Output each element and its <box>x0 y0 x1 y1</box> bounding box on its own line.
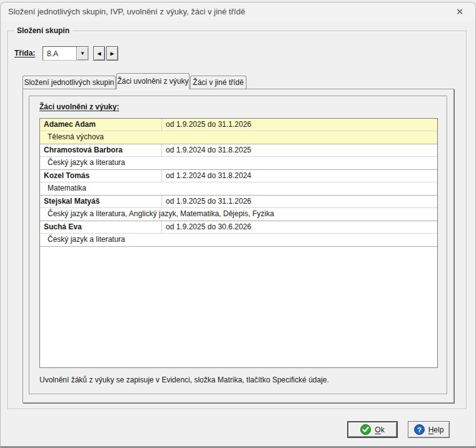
class-nav-buttons: ◄ ► <box>93 46 118 61</box>
panel-note: Uvolnění žáků z výuky se zapisuje v Evid… <box>39 376 329 384</box>
ok-button-label: Ok <box>375 426 384 434</box>
student-name: Kozel Tomás <box>40 170 162 182</box>
close-icon[interactable]: ✕ <box>452 4 468 19</box>
student-name: Adamec Adam <box>40 119 162 131</box>
student-entry[interactable]: Chramostová Barbora od 1.9.2024 do 31.8.… <box>40 144 437 170</box>
ok-button[interactable]: Ok <box>347 421 398 438</box>
class-combobox[interactable]: 8.A ▼ <box>43 46 89 61</box>
student-period: od 1.9.2025 do 31.1.2026 <box>162 196 437 207</box>
student-name-row[interactable]: Kozel Tomás od 1.2.2024 do 31.8.2024 <box>40 170 437 182</box>
student-subjects: Tělesná výchova <box>48 132 104 141</box>
student-name-row[interactable]: Stejskal Matyáš od 1.9.2025 do 31.1.2026 <box>40 196 437 208</box>
class-label: Třída: <box>14 46 35 61</box>
chevron-down-icon[interactable]: ▼ <box>76 47 88 60</box>
window-title: Složení jednotlivých skupin, IVP, uvolně… <box>8 2 245 21</box>
student-subjects-row[interactable]: Český jazyk a literatura, Anglický jazyk… <box>40 208 437 221</box>
student-name: Chramostová Barbora <box>40 144 162 156</box>
student-subjects: Český jazyk a literatura <box>48 235 125 244</box>
next-class-button[interactable]: ► <box>106 46 118 61</box>
student-subjects-row[interactable]: Matematika <box>40 182 437 195</box>
student-period: od 1.9.2025 do 31.1.2026 <box>162 119 437 131</box>
student-entry[interactable]: Suchá Eva od 1.9.2025 do 30.6.2026 Český… <box>40 221 437 247</box>
svg-text:?: ? <box>417 426 422 434</box>
tab-zaci-uvolneni-z-vyuky[interactable]: Žáci uvolněni z výuky <box>116 73 190 89</box>
student-subjects-row[interactable]: Český jazyk a literatura <box>40 157 437 169</box>
help-button-label: Help <box>428 426 444 434</box>
title-bar: Složení jednotlivých skupin, IVP, uvolně… <box>1 2 475 21</box>
student-name: Stejskal Matyáš <box>40 196 162 207</box>
class-combobox-value: 8.A <box>43 49 76 58</box>
student-subjects: Český jazyk a literatura, Anglický jazyk… <box>48 209 274 218</box>
released-students-panel: Žáci uvolněni z výuky: Adamec Adam od 1.… <box>29 96 447 394</box>
released-students-list[interactable]: Adamec Adam od 1.9.2025 do 31.1.2026 Těl… <box>39 118 438 368</box>
help-question-icon: ? <box>414 424 425 435</box>
student-subjects-row[interactable]: Český jazyk a literatura <box>40 234 437 246</box>
groupbox-label: Složení skupin <box>14 26 73 35</box>
student-entry[interactable]: Stejskal Matyáš od 1.9.2025 do 31.1.2026… <box>40 196 437 221</box>
tab-zaci-v-jine-tride[interactable]: Žáci v jiné třídě <box>190 76 246 89</box>
student-name-row[interactable]: Suchá Eva od 1.9.2025 do 30.6.2026 <box>40 221 437 234</box>
panel-heading: Žáci uvolněni z výuky: <box>39 102 119 111</box>
student-name-row[interactable]: Chramostová Barbora od 1.9.2024 do 31.8.… <box>40 144 437 157</box>
tab-slozeni-jednotlivych-skupin[interactable]: Složení jednotlivých skupin <box>23 76 116 89</box>
student-name: Suchá Eva <box>40 221 162 233</box>
prev-class-button[interactable]: ◄ <box>93 46 105 61</box>
dialog-window: Složení jednotlivých skupin, IVP, uvolně… <box>0 2 476 448</box>
student-subjects-row[interactable]: Tělesná výchova <box>40 131 437 144</box>
student-subjects: Matematika <box>48 184 86 192</box>
student-period: od 1.9.2025 do 30.6.2026 <box>162 221 437 233</box>
help-button[interactable]: ? Help <box>408 421 450 438</box>
student-entry[interactable]: Adamec Adam od 1.9.2025 do 31.1.2026 Těl… <box>40 119 437 144</box>
student-subjects: Český jazyk a literatura <box>48 158 125 167</box>
student-period: od 1.2.2024 do 31.8.2024 <box>162 170 437 182</box>
student-period: od 1.9.2024 do 31.8.2025 <box>162 144 437 156</box>
student-name-row[interactable]: Adamec Adam od 1.9.2025 do 31.1.2026 <box>40 119 437 131</box>
student-entry[interactable]: Kozel Tomás od 1.2.2024 do 31.8.2024 Mat… <box>40 170 437 196</box>
ok-check-icon <box>360 424 371 435</box>
